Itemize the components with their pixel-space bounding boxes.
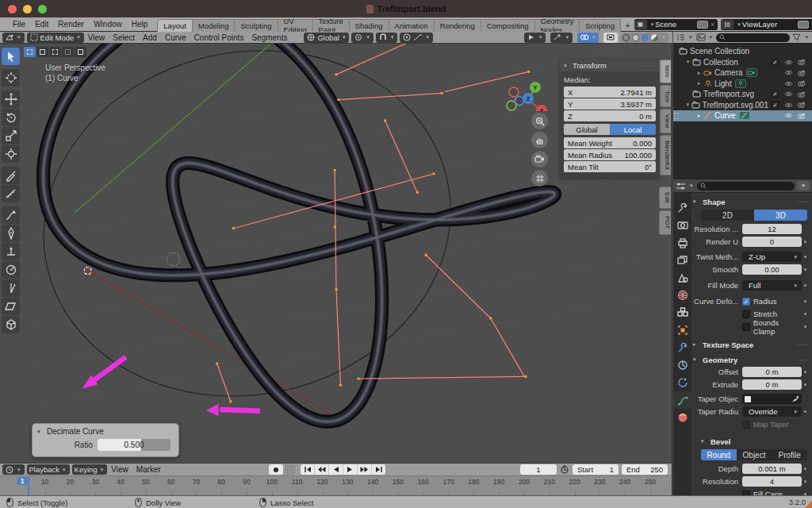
curve-control-point[interactable] [232, 227, 235, 229]
resolution-field[interactable]: 12 [742, 224, 802, 234]
render-visibility-icon[interactable] [798, 59, 806, 65]
map-taper-checkbox[interactable] [742, 421, 750, 429]
outliner-row-light[interactable]: ▸ Light [673, 79, 812, 90]
timeline-ruler[interactable]: 1102030405060708090100110120130140150160… [0, 476, 672, 495]
start-frame-field[interactable]: Start1 [573, 464, 619, 475]
properties-tab-material[interactable] [673, 409, 691, 426]
show-object-types-button[interactable]: ▾ [524, 33, 546, 43]
tool-draw-button[interactable] [2, 206, 20, 224]
collection-checkbox[interactable]: ✓ [772, 59, 779, 66]
curve-handle-line[interactable] [339, 93, 442, 99]
sidebar-tab-tool[interactable]: Tool [659, 85, 671, 108]
play-button[interactable] [343, 464, 357, 475]
solid-shading-icon[interactable] [632, 34, 639, 41]
tab-geometry-nodes[interactable]: Geometry Nodes [535, 19, 580, 32]
xray-toggle[interactable] [603, 33, 618, 43]
snap-toggle[interactable]: ▾ [376, 33, 398, 43]
curve-control-point[interactable] [335, 288, 338, 291]
zoom-view-button[interactable] [531, 113, 548, 129]
new-viewlayer-icon[interactable] [798, 21, 809, 29]
median-x-field[interactable]: X2.7941 m [564, 87, 656, 98]
properties-tab-constraints[interactable] [673, 356, 691, 374]
transform-panel-header[interactable]: ▾Transform···· [560, 60, 660, 71]
global-toggle-button[interactable]: Global [564, 124, 610, 135]
gizmos-button[interactable]: ▾ [550, 33, 573, 43]
bevel-depth-field[interactable]: 0.001 m [742, 464, 802, 474]
unlink-scene-icon[interactable]: × [710, 21, 718, 29]
curve-handle-line[interactable] [491, 318, 525, 376]
tool-extrude-button[interactable] [2, 243, 20, 260]
keying-menu[interactable]: Keying▾ [72, 464, 108, 475]
mean-weight-field[interactable]: Mean Weight0.000 [564, 137, 656, 148]
curve-control-point[interactable] [425, 254, 427, 256]
curve-control-point[interactable] [335, 73, 338, 75]
local-toggle-button[interactable]: Local [610, 124, 656, 135]
curve-control-point[interactable] [384, 119, 386, 121]
tab-animation[interactable]: Animation [389, 19, 435, 32]
menu-file[interactable]: File [8, 20, 30, 29]
taper-radius-dropdown[interactable]: Override▾ [742, 406, 802, 417]
properties-tab-render[interactable] [673, 217, 691, 234]
twist-method-dropdown[interactable]: Z-Up▾ [742, 252, 802, 262]
properties-tab-world[interactable] [673, 287, 691, 304]
close-traffic-light[interactable] [8, 5, 17, 13]
curve-control-point[interactable] [337, 98, 339, 101]
auto-keying-toggle[interactable] [285, 464, 296, 475]
tool-measure-button[interactable] [2, 185, 20, 202]
outliner-row-trefimport-svg[interactable]: TrefImport.svg ✓ [673, 89, 812, 100]
segments-menu[interactable]: Segments [247, 33, 291, 42]
gizmo-neg-z[interactable] [515, 97, 524, 106]
bevel-object-button[interactable]: Object [737, 449, 772, 460]
properties-tab-physics[interactable] [673, 374, 691, 391]
tool-select-button[interactable] [2, 48, 20, 65]
add-workspace-button[interactable]: + [621, 19, 634, 32]
select-mode-invert-button[interactable] [62, 47, 74, 57]
scene-selector[interactable]: ▣▾ Scene × [634, 19, 718, 30]
render-visibility-icon[interactable] [798, 113, 806, 119]
render-visibility-icon[interactable] [798, 80, 806, 87]
tab-scripting[interactable]: Scripting [580, 19, 621, 32]
properties-tab-collection[interactable] [673, 304, 691, 321]
transform-orientation-selector[interactable]: Global▾ [304, 33, 349, 43]
mean-radius-field[interactable]: Mean Radius100.000 [564, 149, 656, 160]
geometry-section-header[interactable]: ▾Geometry···· [693, 353, 809, 366]
playhead[interactable] [28, 476, 29, 495]
tool-radius-button[interactable] [2, 261, 20, 279]
proportional-editing-toggle[interactable]: ▾ [400, 33, 433, 43]
tab-texture-paint[interactable]: Texture Paint [313, 19, 350, 32]
zoom-traffic-light[interactable] [38, 5, 47, 13]
curve-menu[interactable]: Curve [161, 33, 190, 42]
sidebar-tab-pot[interactable]: POT [659, 210, 671, 234]
curve-handle-line[interactable] [358, 376, 526, 379]
properties-tab-scene[interactable] [673, 269, 691, 287]
tab-layout[interactable]: Layout [157, 19, 193, 32]
menu-help[interactable]: Help [127, 20, 153, 29]
curve-handle-line[interactable] [426, 255, 491, 318]
shape-section-header[interactable]: ▾Shape···· [693, 195, 809, 208]
curve-control-point[interactable] [525, 375, 527, 378]
camera-view-button[interactable] [531, 151, 548, 167]
add-menu[interactable]: Add [139, 33, 161, 42]
display-mode-icon[interactable] [696, 33, 706, 41]
radius-checkbox[interactable]: ✓ [742, 298, 750, 306]
bevel-resolution-field[interactable]: 4 [742, 476, 802, 487]
jump-to-end-button[interactable] [372, 464, 385, 475]
tab-sculpting[interactable]: Sculpting [235, 19, 278, 32]
stretch-checkbox[interactable] [742, 310, 750, 318]
properties-tab-viewlayer[interactable] [673, 252, 691, 269]
pivot-point-selector[interactable]: ▾ [351, 33, 373, 43]
properties-editor-icon[interactable] [676, 182, 686, 190]
sidebar-tab-edit[interactable]: Edit [659, 187, 671, 209]
tool-tilt-button[interactable] [2, 279, 20, 297]
select-mode-new-button[interactable] [24, 47, 36, 57]
fill-mode-dropdown[interactable]: Full▾ [742, 280, 802, 291]
curve-control-point[interactable] [358, 378, 360, 380]
properties-tab-output[interactable] [673, 234, 691, 252]
pan-view-button[interactable] [531, 132, 548, 148]
curve-control-point[interactable] [339, 384, 342, 387]
tool-annotate-button[interactable] [2, 167, 20, 184]
mean-tilt-field[interactable]: Mean Tilt0° [564, 161, 656, 172]
tool-move-button[interactable] [2, 90, 20, 108]
menu-render[interactable]: Render [53, 20, 89, 29]
playback-menu[interactable]: Playback▾ [27, 464, 70, 475]
